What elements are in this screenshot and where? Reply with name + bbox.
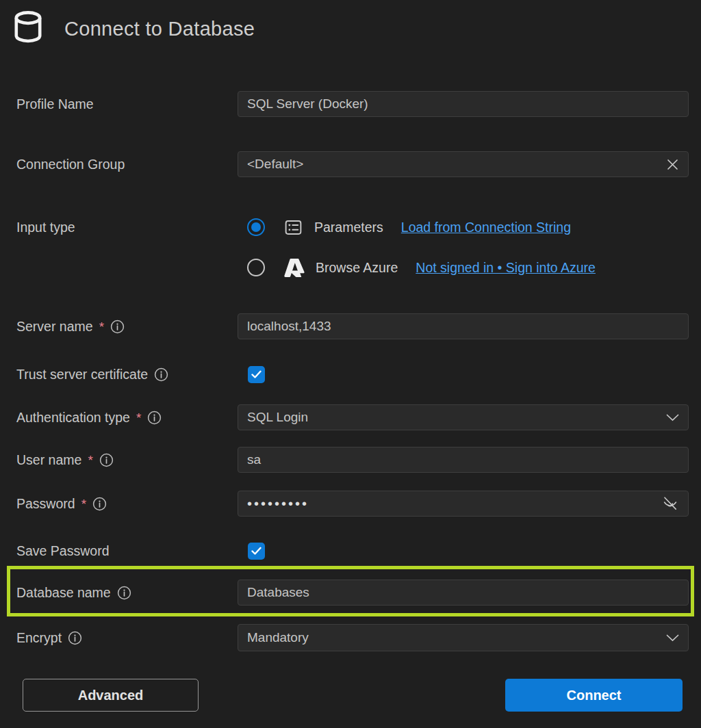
required-asterisk: * — [136, 411, 141, 426]
chevron-down-icon[interactable] — [666, 414, 679, 421]
required-asterisk: * — [88, 453, 92, 468]
server-name-label: Server name * — [16, 313, 125, 339]
dialog-header: Connect to Database — [12, 10, 255, 48]
advanced-button[interactable]: Advanced — [23, 679, 199, 712]
radio-parameters-selected[interactable] — [247, 218, 265, 236]
info-icon[interactable] — [147, 411, 162, 425]
authentication-type-select[interactable]: SQL Login — [238, 404, 689, 430]
input-type-option-parameters[interactable]: Parameters Load from Connection String — [247, 213, 571, 241]
database-icon — [12, 10, 44, 48]
user-name-field[interactable] — [238, 447, 689, 473]
browse-azure-option-label: Browse Azure — [316, 260, 398, 276]
check-icon — [251, 370, 262, 379]
input-type-label: Input type — [16, 213, 75, 241]
save-password-label: Save Password — [16, 543, 109, 560]
database-name-field[interactable] — [238, 580, 689, 606]
profile-name-field[interactable] — [238, 91, 689, 117]
connect-button[interactable]: Connect — [505, 679, 683, 712]
parameters-icon — [283, 218, 303, 237]
database-name-label: Database name — [16, 580, 131, 606]
chevron-down-icon[interactable] — [666, 634, 679, 642]
authentication-type-value: SQL Login — [247, 410, 308, 425]
info-icon[interactable] — [110, 320, 125, 334]
clear-icon[interactable] — [666, 158, 679, 171]
azure-icon — [283, 257, 305, 278]
password-input[interactable] — [247, 496, 661, 512]
required-asterisk: * — [81, 497, 86, 512]
load-connection-string-link[interactable]: Load from Connection String — [401, 220, 571, 235]
trust-server-certificate-label: Trust server certificate — [16, 366, 168, 383]
server-name-input[interactable] — [247, 319, 679, 334]
input-type-option-browse-azure[interactable]: Browse Azure Not signed in • Sign into A… — [247, 254, 596, 281]
server-name-field[interactable] — [238, 313, 689, 339]
save-password-checkbox[interactable] — [248, 543, 265, 560]
trust-server-certificate-checkbox[interactable] — [248, 366, 265, 383]
profile-name-input[interactable] — [247, 96, 679, 112]
radio-browse-azure[interactable] — [247, 259, 265, 276]
info-icon[interactable] — [92, 497, 107, 511]
encrypt-select[interactable]: Mandatory — [238, 624, 689, 651]
parameters-option-label: Parameters — [314, 220, 383, 235]
database-name-input[interactable] — [247, 585, 679, 600]
connect-dialog: Connect to Database Profile Name Connect… — [0, 0, 701, 728]
sign-into-azure-link[interactable]: Not signed in • Sign into Azure — [416, 260, 596, 276]
check-icon — [251, 547, 262, 556]
user-name-input[interactable] — [247, 452, 679, 467]
password-field[interactable] — [238, 491, 689, 517]
encrypt-value: Mandatory — [247, 630, 309, 645]
profile-name-label: Profile Name — [16, 91, 94, 117]
connection-group-label: Connection Group — [16, 151, 125, 177]
connection-group-input[interactable] — [247, 157, 666, 172]
authentication-type-label: Authentication type * — [16, 404, 162, 430]
info-icon[interactable] — [154, 367, 168, 382]
connection-group-field[interactable] — [238, 151, 689, 177]
page-title: Connect to Database — [64, 18, 255, 40]
eye-off-icon[interactable] — [661, 495, 679, 512]
info-icon[interactable] — [117, 586, 131, 600]
info-icon[interactable] — [68, 631, 82, 645]
required-asterisk: * — [99, 320, 104, 335]
user-name-label: User name * — [16, 447, 114, 473]
password-label: Password * — [16, 491, 107, 517]
info-icon[interactable] — [99, 453, 114, 467]
encrypt-label: Encrypt — [16, 624, 82, 651]
